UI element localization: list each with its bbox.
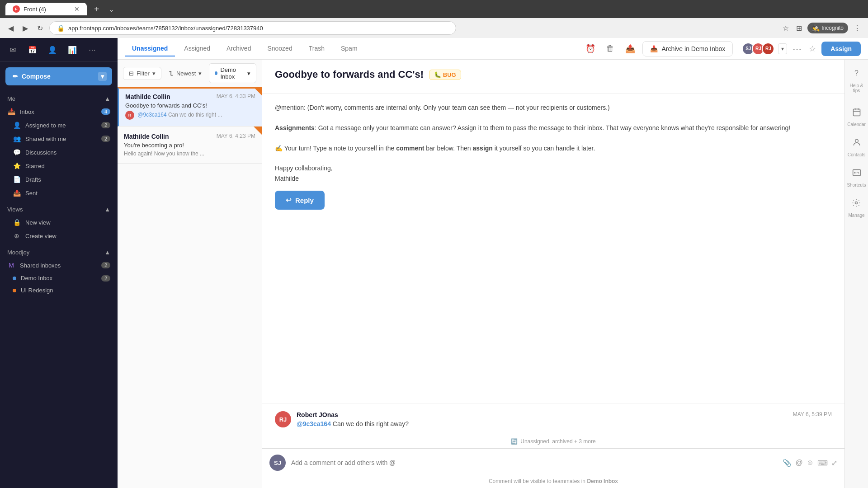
tab-snoozed[interactable]: Snoozed: [260, 41, 299, 56]
menu-icon[interactable]: ⋮: [852, 22, 863, 34]
create-view-icon: ⊕: [13, 232, 21, 240]
tab-unassigned[interactable]: Unassigned: [125, 41, 175, 56]
body-sign-name: Mathilde: [275, 174, 832, 183]
moodjoy-section-header[interactable]: Moodjoy ▲: [0, 246, 118, 258]
sidebar-item-discussions[interactable]: 💬 Discussions: [0, 145, 118, 159]
svg-point-4: [855, 139, 858, 142]
email-preview-text-0: Can we do this right ...: [168, 112, 222, 118]
help-tips-icon[interactable]: ?: [849, 65, 865, 81]
contacts-panel-label: Contacts: [848, 152, 865, 157]
drafts-icon: 📄: [13, 175, 21, 183]
tabs-bar: Unassigned Assigned Archived Snoozed Tra…: [118, 38, 868, 60]
comment-date-0: MAY 6, 5:39 PM: [793, 411, 832, 418]
demo-inbox-dot: [13, 277, 16, 280]
move-btn[interactable]: 📤: [622, 42, 639, 56]
email-item-0[interactable]: Mathilde Collin MAY 6, 4:33 PM Goodbye t…: [118, 87, 262, 127]
at-mention-icon[interactable]: @: [795, 459, 802, 467]
expand-icon[interactable]: ⤢: [831, 459, 837, 467]
incognito-badge: 🕵 Incognito: [807, 23, 848, 33]
body-intro: @mention: (Don't worry, comments are int…: [275, 103, 832, 113]
attachment-icon[interactable]: 📎: [783, 459, 792, 467]
sidebar-item-inbox[interactable]: 📥 Inbox 4: [0, 105, 118, 118]
sidebar-item-ui-redesign[interactable]: UI Redesign: [0, 284, 118, 296]
sidebar-item-sent[interactable]: 📤 Sent: [0, 186, 118, 200]
ui-redesign-dot: [13, 289, 16, 292]
contacts-app-icon[interactable]: 👤: [45, 42, 60, 57]
assigned-badge: 2: [101, 122, 110, 128]
comment-input-area[interactable]: SJ 📎 @ ☺ ⌨ ⤢: [262, 449, 844, 476]
comment-avatar-0: RJ: [275, 411, 291, 427]
calendar-panel-icon[interactable]: [849, 104, 865, 120]
inbox-app-icon[interactable]: ✉: [5, 42, 20, 57]
email-date-1: MAY 6, 4:23 PM: [217, 133, 255, 139]
star-btn[interactable]: ☆: [807, 42, 818, 56]
sidebar-item-demo-inbox[interactable]: Demo Inbox 2: [0, 272, 118, 284]
bug-badge: 🐛 BUG: [429, 70, 461, 80]
tab-archived[interactable]: Archived: [219, 41, 258, 56]
address-bar[interactable]: 🔒 app.frontapp.com/inboxes/teams/7858132…: [49, 21, 456, 35]
inbox-filter-chevron: ▾: [247, 70, 250, 77]
sidebar-item-create-view[interactable]: ⊕ Create view: [0, 229, 118, 243]
compose-btn[interactable]: ✏ Compose ▾: [5, 67, 112, 85]
expand-assignees-btn[interactable]: ▾: [778, 43, 787, 54]
filter-btn[interactable]: ⊟ Filter ▾: [123, 67, 161, 80]
extension-icon[interactable]: ⊞: [794, 22, 804, 34]
archive-in-demo-btn[interactable]: 📥 Archive in Demo Inbox: [642, 41, 733, 56]
email-subject-0: Goodbye to forwards and CC's!: [125, 102, 255, 109]
comment-input[interactable]: [291, 459, 777, 466]
analytics-app-icon[interactable]: 📊: [65, 42, 80, 57]
sort-icon: ⇅: [169, 70, 174, 77]
assignee-avatars: SJ RJ RJ: [742, 42, 774, 55]
sidebar-item-starred[interactable]: ⭐ Starred: [0, 159, 118, 173]
contacts-panel-icon[interactable]: [849, 134, 865, 150]
sidebar-item-shared-with-me[interactable]: 👥 Shared with me 2: [0, 132, 118, 145]
shared-badge: 2: [101, 136, 110, 142]
email-preview-0: R @9c3ca164 Can we do this right ...: [125, 111, 255, 120]
reply-btn[interactable]: ↩ Reply: [275, 191, 325, 210]
sidebar-item-drafts[interactable]: 📄 Drafts: [0, 173, 118, 186]
sidebar-item-new-view[interactable]: 🔒 New view: [0, 216, 118, 229]
svg-rect-5: [853, 169, 860, 175]
sidebar-item-shared-inboxes[interactable]: M Shared inboxes 2: [0, 258, 118, 272]
snooze-btn[interactable]: ⏰: [582, 42, 599, 56]
inbox-filter-btn[interactable]: Demo Inbox ▾: [209, 63, 256, 83]
browser-tab[interactable]: F Front (4) ✕: [5, 3, 87, 15]
archive-btn-label: Archive in Demo Inbox: [661, 45, 725, 52]
sort-chevron: ▾: [198, 70, 202, 77]
svg-line-8: [857, 172, 859, 173]
keyboard-icon[interactable]: ⌨: [817, 459, 828, 467]
manage-panel-icon[interactable]: [848, 195, 864, 211]
svg-point-9: [855, 202, 858, 204]
tab-trash[interactable]: Trash: [302, 41, 332, 56]
me-section-header[interactable]: Me ▲: [0, 93, 118, 105]
sort-btn[interactable]: ⇅ Newest ▾: [165, 67, 205, 80]
email-list: ⊟ Filter ▾ ⇅ Newest ▾ Demo Inbox ▾: [118, 60, 262, 488]
bookmark-icon[interactable]: ☆: [781, 22, 791, 34]
sent-label: Sent: [25, 190, 110, 197]
filter-label: Filter: [137, 70, 150, 77]
email-item-1[interactable]: Mathilde Collin MAY 6, 4:23 PM You're be…: [118, 127, 262, 164]
shortcuts-panel-icon[interactable]: [849, 164, 865, 181]
tab-close-btn[interactable]: ✕: [74, 5, 80, 13]
calendar-panel-label: Calendar: [847, 122, 866, 127]
tab-assigned[interactable]: Assigned: [177, 41, 217, 56]
delete-btn[interactable]: 🗑: [603, 42, 618, 55]
tab-spam[interactable]: Spam: [334, 41, 365, 56]
new-tab-btn[interactable]: +: [90, 2, 103, 16]
emoji-icon[interactable]: ☺: [807, 459, 814, 467]
forward-btn[interactable]: ▶: [20, 22, 31, 34]
sidebar-item-assigned-to-me[interactable]: 👤 Assigned to me 2: [0, 118, 118, 132]
refresh-btn[interactable]: ↻: [34, 22, 46, 34]
reply-label: Reply: [295, 197, 314, 204]
views-section-header[interactable]: Views ▲: [0, 203, 118, 216]
new-view-label: New view: [25, 219, 110, 226]
tab-overflow-icon[interactable]: ⌄: [108, 5, 114, 14]
more-options-btn[interactable]: ⋯: [791, 42, 803, 56]
more-app-icon[interactable]: ⋯: [85, 42, 99, 57]
discussions-icon: 💬: [13, 148, 21, 156]
create-view-label: Create view: [25, 233, 110, 239]
sort-label: Newest: [176, 70, 196, 77]
back-btn[interactable]: ◀: [5, 22, 16, 34]
calendar-app-icon[interactable]: 📅: [25, 42, 40, 57]
assign-btn[interactable]: Assign: [821, 42, 861, 56]
